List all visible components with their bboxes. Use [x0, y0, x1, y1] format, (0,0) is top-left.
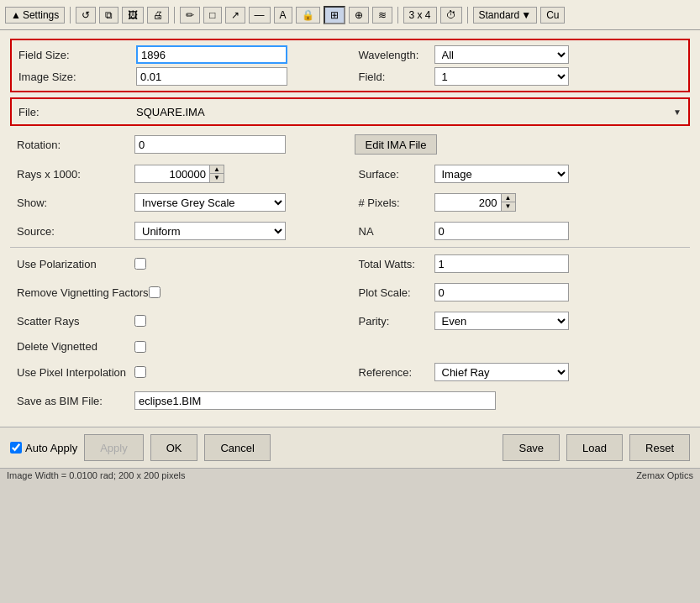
source-select[interactable]: Uniform Random Grid — [134, 222, 286, 240]
reset-button[interactable]: Reset — [629, 434, 690, 461]
row-image-field: Image Size: Field: 1 — [18, 67, 682, 86]
rays-increment[interactable]: ▲ — [210, 165, 224, 174]
use-pixel-interp-checkbox[interactable] — [134, 366, 146, 378]
col-total-watts: Total Watts: — [350, 254, 684, 273]
overlay-button[interactable]: ⊕ — [349, 7, 369, 24]
row-scatter-parity: Scatter Rays Parity: Even Odd — [10, 308, 690, 333]
save-bim-label: Save as BIM File: — [17, 395, 134, 407]
rays-decrement[interactable]: ▼ — [210, 174, 224, 182]
arrow-button[interactable]: ↗ — [225, 7, 245, 24]
separator4 — [467, 7, 468, 24]
parity-select[interactable]: Even Odd — [434, 312, 569, 330]
use-pixel-interp-label: Use Pixel Interpolation — [17, 366, 134, 379]
load-button[interactable]: Load — [566, 434, 623, 461]
row-vignetting-plotscale: Remove Vignetting Factors Plot Scale: — [10, 280, 690, 305]
remove-vignetting-checkbox[interactable] — [149, 286, 161, 298]
print-button[interactable]: 🖨 — [147, 7, 169, 24]
image-button[interactable]: 🖼 — [122, 7, 144, 24]
pixels-label: # Pixels: — [350, 197, 434, 209]
status-bar: Image Width = 0.0100 rad; 200 x 200 pixe… — [0, 468, 700, 482]
pixels-spinner: ▲ ▼ — [434, 193, 516, 212]
separator — [70, 7, 71, 24]
save-button[interactable]: Save — [503, 434, 560, 461]
wavelength-select[interactable]: All — [434, 45, 569, 64]
col-parity: Parity: Even Odd — [350, 312, 684, 330]
col-wavelength: Wavelength: All — [350, 45, 682, 64]
row-save-bim: Save as BIM File: — [10, 388, 690, 413]
settings-button[interactable]: ▲ Settings — [5, 7, 65, 24]
remove-vignetting-label: Remove Vignetting Factors — [17, 286, 149, 299]
rectangle-button[interactable]: □ — [203, 7, 221, 24]
col-remove-vignetting: Remove Vignetting Factors — [17, 286, 350, 299]
text-button[interactable]: A — [274, 7, 292, 24]
col-edit-ima: Edit IMA File — [346, 134, 684, 155]
field-size-label: Field Size: — [18, 49, 136, 61]
plot-scale-input[interactable] — [434, 283, 569, 302]
scatter-rays-checkbox[interactable] — [134, 315, 146, 327]
edit-ima-button[interactable]: Edit IMA File — [355, 134, 438, 155]
apply-button[interactable]: Apply — [84, 434, 144, 461]
pixels-spinner-buttons: ▲ ▼ — [502, 193, 516, 212]
delete-vignetted-checkbox[interactable] — [134, 341, 146, 353]
row-polarization-watts: Use Polarization Total Watts: — [10, 251, 690, 276]
total-watts-input[interactable] — [434, 254, 569, 273]
cursor-button[interactable]: Cu — [540, 7, 565, 24]
parity-label: Parity: — [350, 315, 434, 328]
col-field: Field: 1 — [350, 67, 682, 86]
ok-button[interactable]: OK — [150, 434, 198, 461]
surface-label: Surface: — [350, 168, 434, 181]
file-input[interactable] — [136, 102, 673, 121]
auto-apply-checkbox[interactable] — [10, 442, 22, 454]
line-button[interactable]: — — [249, 7, 271, 24]
reference-select[interactable]: Chief Ray Centroid Vertex — [434, 363, 569, 381]
chevron-up-icon: ▲ — [11, 9, 21, 21]
bottom-bar: Auto Apply Apply OK Cancel Save Load Res… — [0, 427, 700, 468]
refresh-button[interactable]: ↺ — [76, 7, 96, 24]
image-size-label: Image Size: — [18, 71, 136, 83]
lock-button[interactable]: 🔒 — [296, 7, 320, 24]
use-polarization-checkbox[interactable] — [134, 258, 146, 270]
auto-apply-label: Auto Apply — [25, 442, 77, 454]
col-pixels: # Pixels: ▲ ▼ — [350, 193, 684, 212]
source-label: Source: — [17, 225, 134, 238]
grid-toggle-button[interactable]: ⊞ — [324, 6, 345, 24]
col-na: NA — [350, 222, 684, 240]
show-select[interactable]: Inverse Grey Scale Grey Scale False Colo… — [134, 193, 286, 212]
use-polarization-label: Use Polarization — [17, 258, 134, 270]
clock-button[interactable]: ⏱ — [440, 7, 462, 24]
grid-size-button[interactable]: 3 x 4 — [403, 7, 437, 24]
file-label: File: — [18, 106, 136, 118]
col-surface: Surface: Image — [350, 165, 684, 183]
scatter-rays-label: Scatter Rays — [17, 315, 134, 328]
row-field-wavelength: Field Size: Wavelength: All — [18, 45, 682, 64]
cancel-button[interactable]: Cancel — [204, 434, 270, 461]
file-dropdown-arrow[interactable]: ▼ — [673, 107, 682, 117]
pencil-button[interactable]: ✏ — [180, 7, 200, 24]
col-source: Source: Uniform Random Grid — [17, 222, 350, 240]
rays-input[interactable] — [134, 165, 210, 183]
pixels-increment[interactable]: ▲ — [502, 194, 515, 202]
copy-button[interactable]: ⧉ — [99, 7, 118, 24]
save-bim-input[interactable] — [134, 391, 496, 410]
field-select[interactable]: 1 — [434, 67, 569, 86]
field-size-input[interactable] — [136, 45, 287, 64]
separator3 — [397, 7, 398, 24]
reference-label: Reference: — [350, 366, 434, 379]
toolbar: ▲ Settings ↺ ⧉ 🖼 🖨 ✏ □ ↗ — A 🔒 ⊞ ⊕ ≋ 3 x… — [0, 0, 700, 30]
pixels-decrement[interactable]: ▼ — [502, 202, 515, 211]
layers-button[interactable]: ≋ — [372, 7, 392, 24]
rays-spinner: ▲ ▼ — [134, 165, 224, 183]
file-section: File: ▼ — [10, 97, 690, 126]
standard-dropdown-button[interactable]: Standard ▼ — [473, 7, 538, 24]
col-show: Show: Inverse Grey Scale Grey Scale Fals… — [17, 193, 350, 212]
pixels-input[interactable] — [434, 193, 502, 212]
divider1 — [10, 247, 690, 248]
rotation-input[interactable] — [134, 135, 286, 154]
rays-spinner-buttons: ▲ ▼ — [210, 165, 224, 183]
separator2 — [174, 7, 175, 24]
surface-select[interactable]: Image — [434, 165, 569, 183]
col-polarization: Use Polarization — [17, 258, 350, 270]
na-input[interactable] — [434, 222, 569, 240]
col-pixel-interp: Use Pixel Interpolation — [17, 366, 350, 379]
image-size-input[interactable] — [136, 67, 287, 86]
